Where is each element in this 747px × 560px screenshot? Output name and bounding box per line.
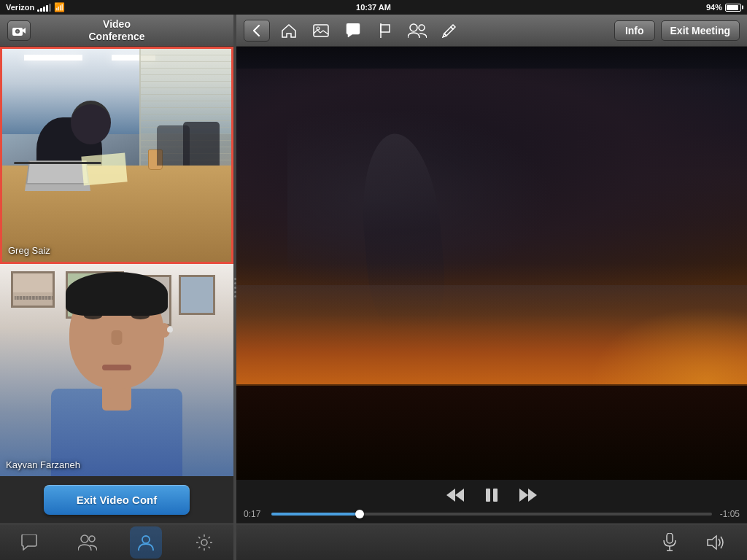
kayvan-nose xyxy=(112,330,123,345)
ground xyxy=(236,384,747,480)
svg-marker-13 xyxy=(455,489,464,502)
signal-bars xyxy=(37,3,51,12)
exit-meeting-button[interactable]: Exit Meeting xyxy=(661,20,740,41)
remaining-time: -1:05 xyxy=(718,509,740,519)
home-icon xyxy=(282,23,296,38)
playback-controls xyxy=(244,484,740,506)
home-button[interactable] xyxy=(276,18,302,44)
wall-frame-1: ||||||||||||||||||||||||||||||||||||||||… xyxy=(11,271,55,308)
nav-settings[interactable] xyxy=(188,526,220,559)
status-time: 10:37 AM xyxy=(356,3,391,12)
info-button[interactable]: Info xyxy=(614,20,655,41)
progress-row: 0:17 -1:05 xyxy=(244,509,740,519)
progress-fill xyxy=(271,513,360,516)
laptop-screen xyxy=(26,160,90,184)
nav-profile[interactable] xyxy=(130,526,162,559)
title-bar: Video Conference xyxy=(0,15,233,47)
earphone xyxy=(167,327,173,332)
back-arrow-icon xyxy=(253,25,260,36)
progress-bar[interactable] xyxy=(271,513,712,516)
kayvan-left-eye xyxy=(84,312,102,319)
back-button[interactable] xyxy=(244,20,270,42)
top-bar: Info Exit Meeting xyxy=(236,15,747,47)
svg-rect-8 xyxy=(314,25,328,36)
status-bar: Verizon 📶 10:37 AM 94% xyxy=(0,0,747,15)
chat-icon xyxy=(20,534,38,551)
svg-marker-1 xyxy=(23,28,26,34)
kayvan-mouth xyxy=(102,365,131,370)
gallery-button[interactable] xyxy=(308,18,334,44)
exit-video-conf-container: Exit Video Conf xyxy=(0,476,233,524)
rewind-button[interactable] xyxy=(444,484,466,506)
greg-video-bg xyxy=(2,49,231,262)
right-panel: Info Exit Meeting xyxy=(236,15,747,560)
frame-img xyxy=(13,273,53,292)
greg-name-label: Greg Saiz xyxy=(8,245,50,256)
cable xyxy=(14,162,101,164)
flag-icon xyxy=(379,23,391,38)
svg-marker-17 xyxy=(519,489,528,502)
carrier-label: Verizon xyxy=(6,3,34,12)
settings-icon xyxy=(196,534,212,551)
rewind-icon xyxy=(446,489,464,502)
greg-head xyxy=(71,101,111,144)
participant-video-greg[interactable]: Greg Saiz xyxy=(0,47,233,264)
svg-rect-19 xyxy=(667,533,673,543)
camera-button[interactable] xyxy=(7,20,31,41)
chat-bubble-icon xyxy=(345,23,361,38)
nav-chat[interactable] xyxy=(13,526,45,559)
volume-button[interactable] xyxy=(700,526,732,559)
status-left: Verizon 📶 xyxy=(6,2,65,12)
svg-rect-16 xyxy=(493,489,498,502)
pencil-button[interactable] xyxy=(436,18,462,44)
group-icon xyxy=(408,23,427,38)
left-panel: Video Conference xyxy=(0,15,233,560)
exit-video-conf-button[interactable]: Exit Video Conf xyxy=(44,485,190,515)
wall-frame-4 xyxy=(179,275,215,315)
main-layout: Video Conference xyxy=(0,15,747,560)
profile-icon xyxy=(138,534,154,551)
main-video-area xyxy=(236,47,747,480)
flag-button[interactable] xyxy=(372,18,398,44)
wifi-icon: 📶 xyxy=(54,2,65,12)
progress-knob[interactable] xyxy=(355,510,364,518)
volume-icon xyxy=(706,534,727,551)
video-thumbnails: Greg Saiz ||||||||||||||||||||||||||||||… xyxy=(0,47,233,476)
status-right: 94% xyxy=(706,3,741,12)
svg-rect-15 xyxy=(486,489,490,502)
svg-marker-18 xyxy=(528,489,537,502)
laptop xyxy=(25,160,90,191)
kayvan-name-label: Kayvan Farzaneh xyxy=(6,459,80,470)
chair-2 xyxy=(157,125,190,166)
signal-bar-4 xyxy=(46,5,48,12)
frame-text: ||||||||||||||||||||||||||||||||||||||||… xyxy=(13,294,53,301)
signal-bar-5 xyxy=(49,4,51,12)
svg-point-5 xyxy=(89,536,95,542)
bottom-nav-left xyxy=(0,524,233,560)
battery-body xyxy=(725,4,741,12)
svg-point-9 xyxy=(317,27,320,30)
frame-content-1: ||||||||||||||||||||||||||||||||||||||||… xyxy=(13,273,53,306)
svg-point-12 xyxy=(419,25,425,31)
pause-icon xyxy=(485,488,498,502)
signal-bar-2 xyxy=(40,8,42,12)
chat-button[interactable] xyxy=(340,18,366,44)
battery-icon xyxy=(725,4,741,12)
nav-participants[interactable] xyxy=(71,526,104,559)
frame-content-4 xyxy=(181,277,213,313)
svg-point-3 xyxy=(17,30,19,32)
microphone-button[interactable] xyxy=(654,526,686,559)
fast-forward-button[interactable] xyxy=(517,484,539,506)
microphone-icon xyxy=(662,533,677,552)
bottom-nav-right xyxy=(236,524,747,560)
pencil-icon xyxy=(442,23,457,38)
signal-bar-1 xyxy=(37,9,39,12)
svg-point-11 xyxy=(410,24,417,31)
svg-point-4 xyxy=(81,535,88,542)
horizon-line xyxy=(236,384,747,386)
pause-button[interactable] xyxy=(481,484,503,506)
gallery-icon xyxy=(313,24,329,37)
participants-icon xyxy=(78,534,97,551)
participant-video-kayvan[interactable]: ||||||||||||||||||||||||||||||||||||||||… xyxy=(0,264,233,477)
participants-button[interactable] xyxy=(404,18,430,44)
